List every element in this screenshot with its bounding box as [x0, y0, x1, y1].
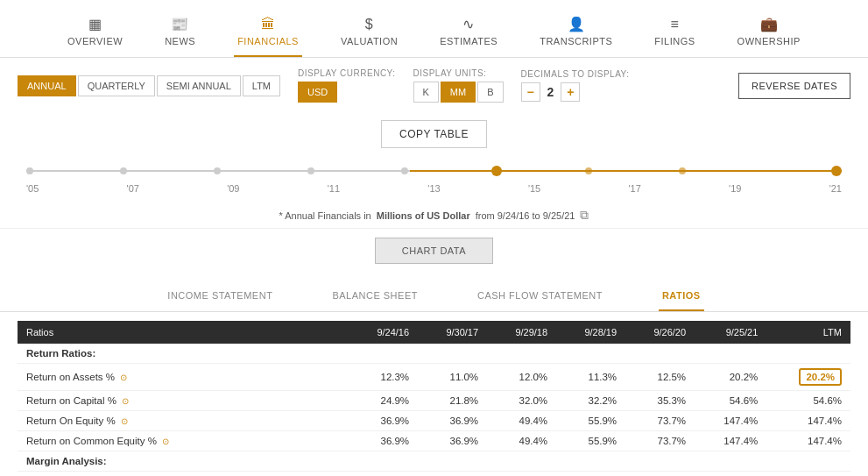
period-button-group: ANNUAL QUARTERLY SEMI ANNUAL LTM: [18, 75, 280, 96]
col-date5: 9/26/20: [625, 321, 695, 344]
nav-transcripts[interactable]: 👤 TRANSCRIPTS: [536, 9, 616, 57]
overview-icon: ▦: [88, 16, 102, 32]
units-b-button[interactable]: B: [477, 82, 503, 103]
info-icon[interactable]: ⊙: [122, 396, 129, 406]
table-header-row: Ratios 9/24/16 9/30/17 9/29/18 9/28/19 9…: [18, 321, 850, 344]
info-bold: Millions of US Dollar: [377, 210, 470, 221]
currency-label: DISPLAY CURRENCY:: [298, 68, 396, 78]
table-row: Gross Profit Margin % ⊙ 39.1% 38.5% 38.3…: [18, 472, 850, 477]
section-margin-analysis: Margin Analysis:: [18, 451, 850, 472]
decimals-group: DECIMALS TO DISPLAY: − 2 +: [521, 69, 630, 102]
decimals-value: 2: [547, 85, 554, 99]
timeline-labels: '05 '07 '09 '11 '13 '15 '17 '19 '21: [26, 178, 842, 194]
row-return-assets-label: Return on Assets % ⊙: [18, 364, 349, 391]
copy-icon[interactable]: ⧉: [580, 208, 589, 223]
nav-transcripts-label: TRANSCRIPTS: [540, 36, 612, 46]
nav-news[interactable]: 📰 NEWS: [161, 9, 199, 57]
units-mm-button[interactable]: MM: [441, 82, 476, 103]
period-semi-annual-button[interactable]: SEMI ANNUAL: [157, 75, 241, 96]
decimals-minus-button[interactable]: −: [521, 82, 540, 102]
units-label: DISPLAY UNITS:: [413, 68, 504, 78]
chart-data-section: CHART DATA: [0, 228, 868, 264]
table-row: Return on Common Equity % ⊙ 36.9% 36.9% …: [18, 431, 850, 451]
ownership-icon: 💼: [760, 16, 779, 32]
section-margin-analysis-label: Margin Analysis:: [18, 451, 850, 472]
tab-balance-sheet[interactable]: BALANCE SHEET: [328, 283, 421, 311]
nav-filings[interactable]: ≡ FILINGS: [651, 10, 698, 57]
nav-ownership[interactable]: 💼 OWNERSHIP: [734, 9, 804, 57]
nav-financials[interactable]: 🏛 FINANCIALS: [234, 10, 302, 57]
ratios-table: Ratios 9/24/16 9/30/17 9/29/18 9/28/19 9…: [18, 321, 850, 476]
nav-news-label: NEWS: [165, 36, 195, 46]
table-row: Return on Capital % ⊙ 24.9% 21.8% 32.0% …: [18, 391, 850, 411]
units-group: DISPLAY UNITS: K MM B: [413, 68, 504, 103]
data-tabs: INCOME STATEMENT BALANCE SHEET CASH FLOW…: [0, 271, 868, 312]
info-bar: * Annual Financials in Millions of US Do…: [0, 202, 868, 228]
col-date1: 9/24/16: [349, 321, 418, 344]
valuation-icon: $: [365, 17, 373, 32]
transcripts-icon: 👤: [568, 16, 586, 32]
nav-valuation-label: VALUATION: [341, 36, 398, 46]
section-return-ratios: Return Ratios:: [18, 344, 850, 364]
controls-bar: ANNUAL QUARTERLY SEMI ANNUAL LTM DISPLAY…: [0, 58, 868, 113]
info-suffix: from 9/24/16 to 9/25/21: [476, 210, 575, 221]
info-icon[interactable]: ⊙: [120, 373, 127, 382]
table-row: Return On Equity % ⊙ 36.9% 36.9% 49.4% 5…: [18, 411, 850, 431]
period-quarterly-button[interactable]: QUARTERLY: [78, 75, 155, 96]
tab-cash-flow-statement[interactable]: CASH FLOW STATEMENT: [474, 283, 606, 311]
row-return-assets-v2: 11.0%: [418, 364, 487, 391]
filings-icon: ≡: [671, 17, 680, 32]
units-k-button[interactable]: K: [413, 82, 439, 103]
copy-table-section: COPY TABLE: [0, 113, 868, 155]
row-return-assets-v4: 11.3%: [556, 364, 625, 391]
nav-overview-label: OVERVIEW: [67, 36, 123, 46]
table-section: Ratios 9/24/16 9/30/17 9/29/18 9/28/19 9…: [0, 312, 868, 476]
col-date3: 9/29/18: [487, 321, 556, 344]
info-icon[interactable]: ⊙: [121, 416, 128, 426]
decimals-label: DECIMALS TO DISPLAY:: [521, 69, 630, 79]
section-return-ratios-label: Return Ratios:: [18, 344, 850, 364]
nav-overview[interactable]: ▦ OVERVIEW: [64, 9, 126, 57]
col-date2: 9/30/17: [418, 321, 487, 344]
chart-data-button[interactable]: CHART DATA: [375, 238, 493, 264]
currency-usd-button[interactable]: USD: [298, 82, 337, 103]
reverse-dates-button[interactable]: REVERSE DATES: [738, 73, 850, 99]
period-ltm-button[interactable]: LTM: [243, 75, 280, 96]
tab-ratios[interactable]: RATIOS: [659, 283, 704, 311]
top-nav: ▦ OVERVIEW 📰 NEWS 🏛 FINANCIALS $ VALUATI…: [0, 0, 868, 58]
copy-table-button[interactable]: COPY TABLE: [381, 120, 487, 148]
tab-income-statement[interactable]: INCOME STATEMENT: [164, 283, 276, 311]
news-icon: 📰: [171, 16, 189, 32]
table-row: Return on Assets % ⊙ 12.3% 11.0% 12.0% 1…: [18, 364, 850, 391]
nav-estimates[interactable]: ∿ ESTIMATES: [436, 9, 501, 57]
info-prefix: * Annual Financials in: [279, 210, 371, 221]
nav-financials-label: FINANCIALS: [237, 36, 299, 46]
col-date6: 9/25/21: [695, 321, 766, 344]
timeline-section: '05 '07 '09 '11 '13 '15 '17 '19 '21: [0, 155, 868, 202]
col-ltm: LTM: [766, 321, 850, 344]
decimals-plus-button[interactable]: +: [561, 82, 580, 102]
row-return-assets-v5: 12.5%: [625, 364, 695, 391]
col-date4: 9/28/19: [556, 321, 625, 344]
row-return-assets-v3: 12.0%: [487, 364, 556, 391]
table-scroll-container[interactable]: Ratios 9/24/16 9/30/17 9/29/18 9/28/19 9…: [18, 321, 850, 476]
info-icon[interactable]: ⊙: [162, 437, 169, 446]
financials-icon: 🏛: [261, 17, 276, 32]
row-return-assets-v7: 20.2%: [766, 364, 850, 391]
currency-group: DISPLAY CURRENCY: USD: [298, 68, 396, 103]
row-return-assets-v1: 12.3%: [349, 364, 418, 391]
row-return-assets-v6: 20.2%: [695, 364, 766, 391]
nav-ownership-label: OWNERSHIP: [737, 36, 801, 46]
col-ratios: Ratios: [18, 321, 349, 344]
estimates-icon: ∿: [462, 16, 475, 32]
nav-filings-label: FILINGS: [654, 36, 695, 46]
period-annual-button[interactable]: ANNUAL: [18, 75, 76, 96]
nav-valuation[interactable]: $ VALUATION: [337, 10, 401, 57]
nav-estimates-label: ESTIMATES: [440, 36, 498, 46]
